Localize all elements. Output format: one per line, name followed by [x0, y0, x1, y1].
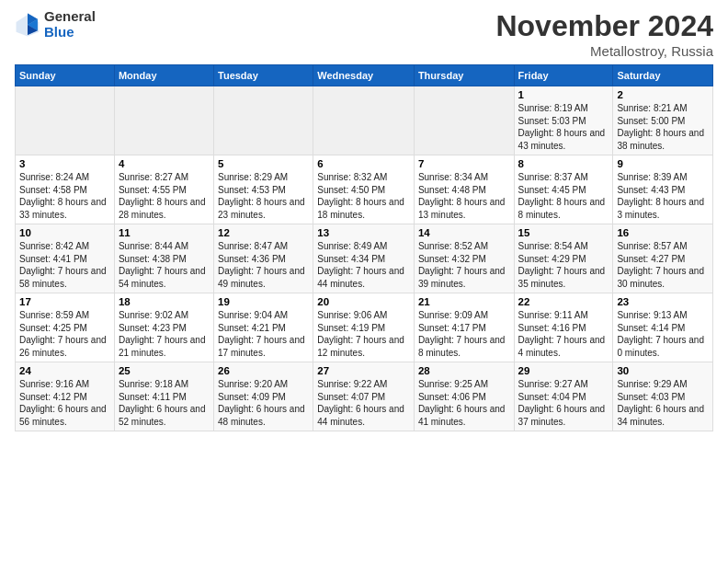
day-detail: Sunrise: 9:18 AM Sunset: 4:11 PM Dayligh… — [119, 378, 210, 428]
day-detail: Sunrise: 9:16 AM Sunset: 4:12 PM Dayligh… — [19, 378, 110, 428]
day-number: 28 — [418, 365, 510, 376]
day-number: 2 — [617, 89, 709, 100]
day-number: 20 — [317, 296, 410, 307]
day-number: 9 — [617, 158, 709, 169]
day-detail: Sunrise: 8:52 AM Sunset: 4:32 PM Dayligh… — [418, 240, 510, 290]
day-number: 26 — [218, 365, 309, 376]
calendar-cell: 23Sunrise: 9:13 AM Sunset: 4:14 PM Dayli… — [613, 293, 713, 362]
day-number: 15 — [518, 227, 609, 238]
calendar-cell — [16, 86, 115, 155]
day-number: 8 — [518, 158, 609, 169]
day-number: 19 — [218, 296, 309, 307]
calendar-cell: 24Sunrise: 9:16 AM Sunset: 4:12 PM Dayli… — [16, 362, 115, 431]
calendar-title: November 2024 — [495, 9, 713, 43]
calendar-cell: 29Sunrise: 9:27 AM Sunset: 4:04 PM Dayli… — [514, 362, 613, 431]
day-detail: Sunrise: 9:11 AM Sunset: 4:16 PM Dayligh… — [518, 309, 609, 359]
day-detail: Sunrise: 9:20 AM Sunset: 4:09 PM Dayligh… — [218, 378, 309, 428]
day-detail: Sunrise: 8:42 AM Sunset: 4:41 PM Dayligh… — [19, 240, 110, 290]
calendar-cell: 1Sunrise: 8:19 AM Sunset: 5:03 PM Daylig… — [514, 86, 613, 155]
calendar-cell: 20Sunrise: 9:06 AM Sunset: 4:19 PM Dayli… — [313, 293, 415, 362]
calendar-cell: 6Sunrise: 8:32 AM Sunset: 4:50 PM Daylig… — [313, 155, 415, 224]
day-number: 12 — [218, 227, 309, 238]
day-detail: Sunrise: 9:04 AM Sunset: 4:21 PM Dayligh… — [218, 309, 309, 359]
logo: General Blue — [15, 9, 96, 40]
calendar-cell: 16Sunrise: 8:57 AM Sunset: 4:27 PM Dayli… — [613, 224, 713, 293]
col-header-sunday: Sunday — [16, 65, 115, 86]
day-number: 25 — [119, 365, 210, 376]
calendar-table: SundayMondayTuesdayWednesdayThursdayFrid… — [15, 64, 713, 431]
day-detail: Sunrise: 9:29 AM Sunset: 4:03 PM Dayligh… — [617, 378, 709, 428]
calendar-cell: 8Sunrise: 8:37 AM Sunset: 4:45 PM Daylig… — [514, 155, 613, 224]
calendar-cell — [114, 86, 213, 155]
calendar-cell: 11Sunrise: 8:44 AM Sunset: 4:38 PM Dayli… — [114, 224, 213, 293]
col-header-friday: Friday — [514, 65, 613, 86]
logo-general-text: General — [44, 9, 96, 25]
day-detail: Sunrise: 8:47 AM Sunset: 4:36 PM Dayligh… — [218, 240, 309, 290]
day-number: 11 — [119, 227, 210, 238]
col-header-wednesday: Wednesday — [313, 65, 415, 86]
calendar-cell — [414, 86, 514, 155]
day-number: 13 — [317, 227, 410, 238]
day-detail: Sunrise: 8:19 AM Sunset: 5:03 PM Dayligh… — [518, 102, 609, 152]
day-detail: Sunrise: 8:29 AM Sunset: 4:53 PM Dayligh… — [218, 171, 309, 221]
day-number: 4 — [119, 158, 210, 169]
day-number: 24 — [19, 365, 110, 376]
day-number: 30 — [617, 365, 709, 376]
calendar-cell: 13Sunrise: 8:49 AM Sunset: 4:34 PM Dayli… — [313, 224, 415, 293]
logo-blue-text: Blue — [44, 25, 96, 40]
logo-icon — [15, 12, 40, 38]
day-detail: Sunrise: 8:59 AM Sunset: 4:25 PM Dayligh… — [19, 309, 110, 359]
day-number: 18 — [119, 296, 210, 307]
day-number: 1 — [518, 89, 609, 100]
calendar-cell: 9Sunrise: 8:39 AM Sunset: 4:43 PM Daylig… — [613, 155, 713, 224]
day-number: 7 — [418, 158, 510, 169]
day-number: 17 — [19, 296, 110, 307]
calendar-cell: 22Sunrise: 9:11 AM Sunset: 4:16 PM Dayli… — [514, 293, 613, 362]
day-number: 10 — [19, 227, 110, 238]
day-detail: Sunrise: 9:22 AM Sunset: 4:07 PM Dayligh… — [317, 378, 410, 428]
calendar-cell: 2Sunrise: 8:21 AM Sunset: 5:00 PM Daylig… — [613, 86, 713, 155]
day-detail: Sunrise: 9:25 AM Sunset: 4:06 PM Dayligh… — [418, 378, 510, 428]
day-detail: Sunrise: 9:27 AM Sunset: 4:04 PM Dayligh… — [518, 378, 609, 428]
calendar-cell: 10Sunrise: 8:42 AM Sunset: 4:41 PM Dayli… — [16, 224, 115, 293]
logo-text: General Blue — [44, 9, 96, 40]
page: General Blue November 2024 Metallostroy,… — [0, 0, 728, 563]
calendar-cell: 26Sunrise: 9:20 AM Sunset: 4:09 PM Dayli… — [214, 362, 313, 431]
calendar-cell: 30Sunrise: 9:29 AM Sunset: 4:03 PM Dayli… — [613, 362, 713, 431]
day-number: 5 — [218, 158, 309, 169]
day-detail: Sunrise: 8:37 AM Sunset: 4:45 PM Dayligh… — [518, 171, 609, 221]
day-detail: Sunrise: 8:32 AM Sunset: 4:50 PM Dayligh… — [317, 171, 410, 221]
day-detail: Sunrise: 8:44 AM Sunset: 4:38 PM Dayligh… — [119, 240, 210, 290]
day-number: 6 — [317, 158, 410, 169]
day-number: 3 — [19, 158, 110, 169]
day-number: 23 — [617, 296, 709, 307]
day-detail: Sunrise: 8:27 AM Sunset: 4:55 PM Dayligh… — [119, 171, 210, 221]
calendar-cell: 15Sunrise: 8:54 AM Sunset: 4:29 PM Dayli… — [514, 224, 613, 293]
day-detail: Sunrise: 9:09 AM Sunset: 4:17 PM Dayligh… — [418, 309, 510, 359]
calendar-cell: 5Sunrise: 8:29 AM Sunset: 4:53 PM Daylig… — [214, 155, 313, 224]
day-detail: Sunrise: 9:02 AM Sunset: 4:23 PM Dayligh… — [119, 309, 210, 359]
week-row-5: 24Sunrise: 9:16 AM Sunset: 4:12 PM Dayli… — [16, 362, 713, 431]
col-header-saturday: Saturday — [613, 65, 713, 86]
col-header-monday: Monday — [114, 65, 213, 86]
week-row-4: 17Sunrise: 8:59 AM Sunset: 4:25 PM Dayli… — [16, 293, 713, 362]
day-detail: Sunrise: 9:06 AM Sunset: 4:19 PM Dayligh… — [317, 309, 410, 359]
day-detail: Sunrise: 8:24 AM Sunset: 4:58 PM Dayligh… — [19, 171, 110, 221]
calendar-cell: 27Sunrise: 9:22 AM Sunset: 4:07 PM Dayli… — [313, 362, 415, 431]
calendar-cell: 21Sunrise: 9:09 AM Sunset: 4:17 PM Dayli… — [414, 293, 514, 362]
day-detail: Sunrise: 8:49 AM Sunset: 4:34 PM Dayligh… — [317, 240, 410, 290]
day-detail: Sunrise: 8:39 AM Sunset: 4:43 PM Dayligh… — [617, 171, 709, 221]
header: General Blue November 2024 Metallostroy,… — [15, 9, 713, 59]
day-detail: Sunrise: 8:21 AM Sunset: 5:00 PM Dayligh… — [617, 102, 709, 152]
calendar-cell: 3Sunrise: 8:24 AM Sunset: 4:58 PM Daylig… — [16, 155, 115, 224]
calendar-cell: 14Sunrise: 8:52 AM Sunset: 4:32 PM Dayli… — [414, 224, 514, 293]
calendar-cell: 7Sunrise: 8:34 AM Sunset: 4:48 PM Daylig… — [414, 155, 514, 224]
calendar-cell: 28Sunrise: 9:25 AM Sunset: 4:06 PM Dayli… — [414, 362, 514, 431]
calendar-cell: 19Sunrise: 9:04 AM Sunset: 4:21 PM Dayli… — [214, 293, 313, 362]
day-number: 27 — [317, 365, 410, 376]
calendar-cell: 17Sunrise: 8:59 AM Sunset: 4:25 PM Dayli… — [16, 293, 115, 362]
day-number: 21 — [418, 296, 510, 307]
day-number: 29 — [518, 365, 609, 376]
calendar-cell: 12Sunrise: 8:47 AM Sunset: 4:36 PM Dayli… — [214, 224, 313, 293]
day-number: 14 — [418, 227, 510, 238]
